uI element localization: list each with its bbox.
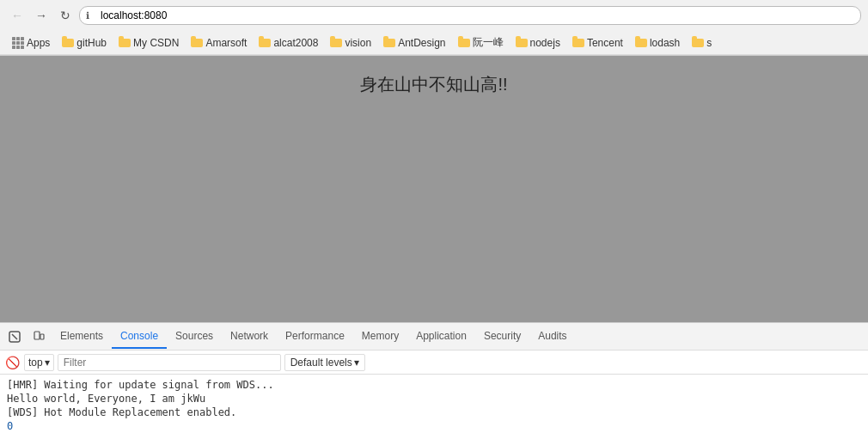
svg-rect-2	[34, 332, 40, 339]
folder-icon-nodejs	[516, 39, 528, 47]
bookmark-tencent-label: Tencent	[587, 37, 623, 49]
folder-icon-amarsoft	[191, 39, 203, 47]
console-line-2: [WDS] Hot Module Replacement enabled.	[7, 405, 861, 419]
bookmark-vision-label: vision	[345, 37, 371, 49]
console-line-1: Hello world, Everyone, I am jkWu	[7, 392, 861, 405]
nav-bar: ← → ↻ ℹ	[0, 0, 868, 31]
tab-sources[interactable]: Sources	[167, 325, 222, 349]
cursor-icon	[9, 331, 21, 343]
context-selector[interactable]: top ▾	[24, 354, 54, 371]
folder-icon-antdesign	[383, 39, 395, 47]
tab-security[interactable]: Security	[475, 325, 529, 349]
browser-chrome: ← → ↻ ℹ Apps gitHub My CSDN Amarsoft	[0, 0, 868, 56]
page-heading: 身在山中不知山高!!	[360, 73, 507, 96]
filter-input[interactable]	[58, 354, 281, 371]
folder-icon-github	[62, 39, 74, 47]
clear-console-button[interactable]: 🚫	[3, 354, 21, 371]
bookmark-nodejs-label: nodejs	[530, 37, 560, 49]
devtools-tabs: Elements Console Sources Network Perform…	[52, 325, 865, 349]
tab-performance[interactable]: Performance	[277, 325, 353, 349]
tab-application[interactable]: Application	[407, 325, 475, 349]
folder-icon-tencent	[572, 39, 584, 47]
log-levels-label: Default levels	[290, 357, 352, 369]
devtools-console-output: [HMR] Waiting for update signal from WDS…	[0, 375, 868, 439]
tab-audits[interactable]: Audits	[529, 325, 575, 349]
bookmark-s[interactable]: s	[687, 35, 717, 51]
inspect-element-button[interactable]	[3, 326, 26, 348]
bookmark-ruanyifeng-label: 阮一峰	[473, 35, 504, 50]
reload-button[interactable]: ↻	[55, 5, 76, 26]
bookmark-github[interactable]: gitHub	[57, 35, 112, 51]
console-line-3: 0	[7, 419, 861, 433]
info-icon: ℹ	[86, 10, 89, 21]
device-icon	[33, 331, 45, 343]
bookmark-mycsdn[interactable]: My CSDN	[113, 35, 184, 51]
apps-grid-icon	[12, 37, 24, 49]
device-toolbar-button[interactable]	[28, 326, 50, 348]
folder-icon-vision	[330, 39, 342, 47]
svg-rect-3	[40, 334, 44, 339]
bookmark-antdesign-label: AntDesign	[398, 37, 445, 49]
bookmark-lodash-label: lodash	[650, 37, 680, 49]
bookmark-github-label: gitHub	[76, 37, 107, 49]
forward-button[interactable]: →	[31, 5, 52, 26]
folder-icon-mycsdn	[119, 39, 131, 47]
folder-icon-alcat2008	[259, 39, 271, 47]
address-bar-container: ℹ	[79, 6, 861, 25]
address-input[interactable]	[79, 6, 861, 25]
folder-icon-lodash	[635, 39, 647, 47]
bookmark-apps-label: Apps	[27, 37, 50, 49]
log-levels-selector[interactable]: Default levels ▾	[284, 354, 365, 371]
bookmark-apps[interactable]: Apps	[7, 35, 55, 51]
console-line-0: [HMR] Waiting for update signal from WDS…	[7, 378, 861, 392]
log-levels-chevron-icon: ▾	[354, 357, 359, 369]
main-content: 身在山中不知山高!!	[0, 56, 868, 322]
devtools-console-bar: 🚫 top ▾ Default levels ▾	[0, 351, 868, 375]
devtools-toolbar: Elements Console Sources Network Perform…	[0, 323, 868, 351]
tab-elements[interactable]: Elements	[52, 325, 112, 349]
back-button[interactable]: ←	[7, 5, 28, 26]
bookmark-alcat2008-label: alcat2008	[273, 37, 318, 49]
bookmarks-bar: Apps gitHub My CSDN Amarsoft alcat2008 v…	[0, 31, 868, 55]
devtools-panel: Elements Console Sources Network Perform…	[0, 322, 868, 439]
svg-line-1	[12, 334, 17, 339]
bookmark-s-label: s	[706, 37, 712, 49]
bookmark-lodash[interactable]: lodash	[630, 35, 685, 51]
bookmark-vision[interactable]: vision	[325, 35, 376, 51]
folder-icon-s	[692, 39, 704, 47]
bookmark-tencent[interactable]: Tencent	[567, 35, 628, 51]
bookmark-nodejs[interactable]: nodejs	[510, 35, 565, 51]
context-value: top	[28, 357, 43, 369]
bookmark-mycsdn-label: My CSDN	[133, 37, 179, 49]
tab-network[interactable]: Network	[222, 325, 277, 349]
bookmark-ruanyifeng[interactable]: 阮一峰	[453, 34, 509, 52]
tab-console[interactable]: Console	[112, 325, 167, 349]
bookmark-alcat2008[interactable]: alcat2008	[254, 35, 323, 51]
bookmark-antdesign[interactable]: AntDesign	[378, 35, 450, 51]
tab-memory[interactable]: Memory	[353, 325, 407, 349]
bookmark-amarsoft[interactable]: Amarsoft	[186, 35, 252, 51]
chevron-down-icon: ▾	[45, 357, 50, 369]
folder-icon-ruanyifeng	[458, 39, 470, 47]
bookmark-amarsoft-label: Amarsoft	[205, 37, 247, 49]
